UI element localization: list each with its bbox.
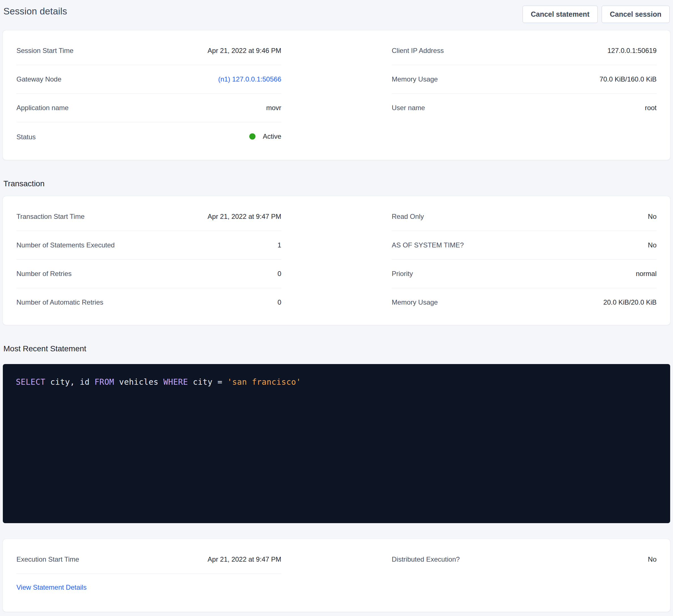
header-actions: Cancel statement Cancel session [522,6,670,23]
row-as-of-system-time: AS OF SYSTEM TIME?No [392,231,657,260]
label-client-ip-address: Client IP Address [392,47,444,55]
row-priority: Prioritynormal [392,260,657,288]
value-transaction-memory-usage: 20.0 KiB/20.0 KiB [603,298,657,306]
session-summary-left-column: Session Start TimeApr 21, 2022 at 9:46 P… [16,36,281,151]
row-gateway-node: Gateway Node(n1) 127.0.0.1:50566 [16,65,281,94]
sql-token-string: 'san francisco' [227,377,301,387]
row-session-memory-usage: Memory Usage70.0 KiB/160.0 KiB [392,65,657,94]
sql-token-keyword: FROM [94,377,114,387]
sql-statement: SELECT city, id FROM vehicles WHERE city… [16,377,301,387]
label-gateway-node: Gateway Node [16,75,61,83]
value-automatic-retries-count: 0 [278,298,281,306]
page-header: Session details Cancel statement Cancel … [3,4,670,23]
row-execution-start-time: Execution Start TimeApr 21, 2022 at 9:47… [16,545,281,574]
value-session-status: Active [249,132,281,141]
label-user-name: User name [392,104,425,112]
row-user-name: User nameroot [392,94,657,122]
label-priority: Priority [392,270,413,278]
value-transaction-start-time: Apr 21, 2022 at 9:47 PM [208,213,281,221]
label-transaction-start-time: Transaction Start Time [16,213,85,221]
sql-token-plain: city = [188,377,227,387]
label-session-start-time: Session Start Time [16,47,73,55]
session-summary-card: Session Start TimeApr 21, 2022 at 9:46 P… [3,30,670,160]
row-session-start-time: Session Start TimeApr 21, 2022 at 9:46 P… [16,36,281,65]
label-session-status: Status [16,133,36,141]
gateway-node-link[interactable]: (n1) 127.0.0.1:50566 [218,75,281,83]
value-retries-count: 0 [278,270,281,278]
label-distributed-execution: Distributed Execution? [392,555,460,563]
row-application-name: Application namemovr [16,94,281,122]
value-as-of-system-time: No [648,241,657,249]
execution-right-column: Distributed Execution?No [392,545,657,574]
label-statements-executed-count: Number of Statements Executed [16,241,115,249]
value-distributed-execution: No [648,555,657,563]
statement-section-heading: Most Recent Statement [3,344,670,354]
row-read-only: Read OnlyNo [392,203,657,231]
label-read-only: Read Only [392,213,424,221]
row-transaction-memory-usage: Memory Usage20.0 KiB/20.0 KiB [392,288,657,316]
page-title: Session details [3,5,67,18]
value-gateway-node: (n1) 127.0.0.1:50566 [218,75,281,83]
value-session-start-time: Apr 21, 2022 at 9:46 PM [208,47,281,55]
row-distributed-execution: Distributed Execution?No [392,545,657,574]
transaction-right-column: Read OnlyNoAS OF SYSTEM TIME?NoPriorityn… [392,203,657,316]
value-priority: normal [636,270,657,278]
label-application-name: Application name [16,104,68,112]
label-retries-count: Number of Retries [16,270,72,278]
session-summary-right-column: Client IP Address127.0.0.1:50619Memory U… [392,36,657,122]
transaction-section-heading: Transaction [3,179,670,189]
label-automatic-retries-count: Number of Automatic Retries [16,298,103,306]
value-read-only: No [648,213,657,221]
cancel-statement-button[interactable]: Cancel statement [522,6,598,23]
view-statement-details-link[interactable]: View Statement Details [16,583,87,591]
value-user-name: root [645,104,657,112]
transaction-card: Transaction Start TimeApr 21, 2022 at 9:… [3,196,670,325]
execution-left-column: Execution Start TimeApr 21, 2022 at 9:47… [16,545,281,591]
sql-token-keyword: SELECT [16,377,45,387]
sql-statement-box: SELECT city, id FROM vehicles WHERE city… [3,364,670,523]
value-session-memory-usage: 70.0 KiB/160.0 KiB [600,75,657,83]
sql-token-plain: city, id [45,377,94,387]
row-retries-count: Number of Retries0 [16,260,281,288]
view-statement-details-row: View Statement Details [16,574,281,591]
session-details-page: Session details Cancel statement Cancel … [0,0,673,612]
cancel-session-button[interactable]: Cancel session [602,6,670,23]
row-client-ip-address: Client IP Address127.0.0.1:50619 [392,36,657,65]
transaction-left-column: Transaction Start TimeApr 21, 2022 at 9:… [16,203,281,316]
value-application-name: movr [266,104,281,112]
status-active-dot [249,133,255,139]
label-transaction-memory-usage: Memory Usage [392,298,438,306]
statement-execution-card: Execution Start TimeApr 21, 2022 at 9:47… [3,539,670,612]
row-session-status: StatusActive [16,122,281,151]
label-as-of-system-time: AS OF SYSTEM TIME? [392,241,464,249]
sql-token-keyword: WHERE [164,377,188,387]
sql-token-plain: vehicles [114,377,164,387]
value-client-ip-address: 127.0.0.1:50619 [608,47,657,55]
label-session-memory-usage: Memory Usage [392,75,438,83]
value-statements-executed-count: 1 [278,241,281,249]
row-statements-executed-count: Number of Statements Executed1 [16,231,281,260]
value-execution-start-time: Apr 21, 2022 at 9:47 PM [208,555,281,563]
row-automatic-retries-count: Number of Automatic Retries0 [16,288,281,316]
label-execution-start-time: Execution Start Time [16,555,79,563]
row-transaction-start-time: Transaction Start TimeApr 21, 2022 at 9:… [16,203,281,231]
